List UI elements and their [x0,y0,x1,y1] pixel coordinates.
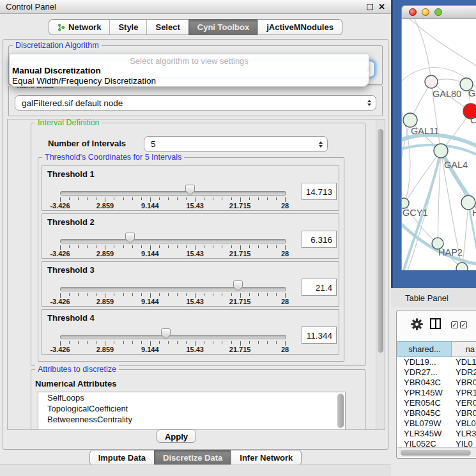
list-item-selfloops[interactable]: SelfLoops [38,392,345,403]
table-panel-titlebar[interactable]: Table Panel [391,288,476,307]
list-item-betweennesscentrality[interactable]: BetweennessCentrality [38,414,345,425]
table-cell[interactable]: YLR345W [397,429,452,439]
tick-mark [195,341,196,346]
table-cell[interactable]: YER054C [397,398,452,408]
close-icon[interactable]: ✕ [378,3,385,11]
checkbox-icon[interactable]: ✓ [451,321,458,328]
panel-footer [0,464,391,476]
table-cell[interactable]: YPR1 [452,388,476,398]
table-cell[interactable]: YBR043C [397,378,452,388]
minimize-traffic-light-icon[interactable] [422,8,429,16]
threshold-value-field[interactable]: 21.4 [302,279,337,296]
table-cell[interactable]: YLR3 [452,429,476,439]
tick-mark [195,245,196,250]
column-header-shared[interactable]: shared... [397,341,452,357]
tick-label: -3.426 [50,202,70,210]
tick-mark [267,245,268,248]
table-cell[interactable]: YPR145W [397,388,452,398]
table-cell[interactable]: YDL1 [452,357,476,367]
columns-icon[interactable] [430,318,441,329]
threshold-value-field[interactable]: 11.344 [302,326,337,344]
slider-track[interactable] [60,335,286,339]
list-item-topologicalcoefficient[interactable]: TopologicalCoefficient [38,403,345,414]
tab-cyni-toolbox[interactable]: Cyni Toolbox [188,19,257,35]
close-traffic-light-icon[interactable] [409,8,417,16]
column-header-na[interactable]: na [452,341,476,357]
apply-button[interactable]: Apply [157,429,196,443]
tick-label: 21.715 [229,298,251,305]
tab-impute-data[interactable]: Impute Data [89,450,154,466]
dropdown-option-equal-width-frequency-discretization[interactable]: Equal Width/Frequency Discretization [10,76,369,86]
network-node-gal4[interactable] [434,144,448,158]
tab-jactivemnodules[interactable]: jActiveMNodules [257,19,342,35]
table-row[interactable]: YLR345WYLR3 [397,429,476,439]
table-row[interactable]: YBL079WYBL0 [397,418,476,429]
table-row[interactable]: YBR043CYBR0 [397,378,476,388]
network-node[interactable] [456,263,468,270]
slider-thumb-icon[interactable] [125,232,135,245]
zoom-traffic-light-icon[interactable] [434,8,442,16]
gear-icon[interactable] [411,318,423,333]
table-data-select[interactable]: galFiltered.sif default node [15,95,376,111]
network-node-label: H [472,208,476,218]
tick-mark [69,341,70,344]
table-hscrollbar[interactable] [397,447,476,457]
table-row[interactable]: YER054CYER0 [397,398,476,408]
tick-mark [276,197,277,200]
tick-mark [60,245,61,250]
table-cell[interactable]: YIL0 [452,439,476,447]
tab-select[interactable]: Select [146,19,188,35]
table-cell[interactable]: YDR2 [452,367,476,378]
tick-mark [222,341,222,344]
slider-track[interactable] [60,287,286,291]
tick-label: 9.144 [141,346,159,353]
table-cell[interactable]: YBR0 [452,408,476,418]
num-intervals-select[interactable]: 5 [144,136,328,152]
table-cell[interactable]: YDL19... [397,357,452,367]
attributes-list[interactable]: SelfLoopsTopologicalCoefficientBetweenne… [38,392,346,430]
threshold-label: Threshold 1 [47,169,95,179]
network-window-titlebar[interactable] [401,5,476,19]
settings-scrollbar[interactable] [376,119,385,429]
tab-network[interactable]: Network [49,19,109,35]
network-node-gcy1[interactable] [402,198,409,208]
table-cell[interactable]: YIL052C [397,439,452,447]
threshold-value-field[interactable]: 6.316 [302,231,337,248]
table-cell[interactable]: YER0 [452,398,476,408]
checkbox-icon[interactable]: ✓ [460,321,467,328]
table-cell[interactable]: YBL079W [397,418,452,429]
scrollbar-thumb[interactable] [401,450,471,456]
table-row[interactable]: YIL052CYIL0 [397,439,476,447]
stepper-icon [319,141,323,148]
table-cell[interactable]: YBL0 [452,418,476,429]
table-cell[interactable]: YDR27... [397,367,452,378]
slider-thumb-icon[interactable] [233,280,243,293]
table-row[interactable]: YBR045CYBR0 [397,408,476,418]
scrollbar-thumb[interactable] [378,129,383,353]
tick-mark [105,293,105,298]
table-row[interactable]: YDR27...YDR2 [397,367,476,378]
table-row[interactable]: YPR145WYPR1 [397,388,476,398]
table-panel-title: Table Panel [405,293,449,303]
float-icon[interactable] [367,4,373,10]
table-row[interactable]: YDL19...YDL1 [397,357,476,367]
tick-mark [249,245,250,248]
network-node-gal80[interactable] [425,75,438,88]
tick-label: 2.859 [96,346,114,353]
network-node-label: GCY1 [403,208,428,218]
network-canvas[interactable]: GAL80GACGAL11GAL4GCY1HHAP2 [401,19,476,270]
tab-infer-network[interactable]: Infer Network [231,450,302,466]
table-cell[interactable]: YBR045C [397,408,452,418]
dropdown-option-manual-discretization[interactable]: Manual Discretization [10,66,369,76]
attributes-list-scrollbar[interactable] [337,394,344,429]
slider-track[interactable] [60,239,286,243]
network-node-gal11[interactable] [403,113,417,127]
tab-discretize-data[interactable]: Discretize Data [154,450,231,466]
table-cell[interactable]: YBR0 [452,378,476,388]
tick-mark [168,245,169,248]
slider-thumb-icon[interactable] [185,184,196,197]
threshold-value-field[interactable]: 14.713 [302,183,337,200]
slider-thumb-icon[interactable] [160,328,171,341]
tab-style[interactable]: Style [109,19,146,35]
slider-track[interactable] [60,191,286,196]
